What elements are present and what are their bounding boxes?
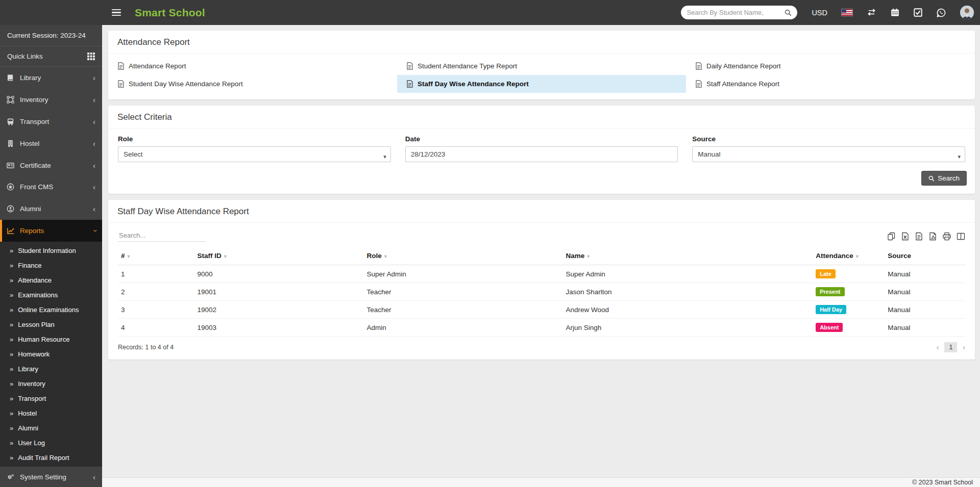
submenu-item-finance[interactable]: »Finance	[0, 258, 102, 273]
link-student-attendance-type-report[interactable]: Student Attendance Type Report	[397, 57, 686, 75]
sidebar-item-label: Inventory	[20, 96, 93, 104]
table-search-input[interactable]	[118, 229, 206, 242]
sidebar-item-transport[interactable]: Transport ‹	[0, 111, 102, 133]
date-input[interactable]	[405, 146, 678, 162]
sidebar-item-label: System Setting	[20, 473, 93, 481]
sidebar-item-inventory[interactable]: Inventory ‹	[0, 89, 102, 111]
sidebar-toggle-icon[interactable]	[112, 9, 121, 16]
brand-logo[interactable]: Smart School	[135, 7, 205, 19]
submenu-item-audit-trail-report[interactable]: »Audit Trail Report	[0, 450, 102, 465]
submenu-item-student-information[interactable]: »Student Information	[0, 243, 102, 258]
pagination: ‹ 1 ›	[937, 342, 965, 352]
columns-icon[interactable]	[957, 232, 965, 241]
link-student-day-wise-attendance-report[interactable]: Student Day Wise Attendance Report	[108, 75, 397, 93]
pagination-next[interactable]: ›	[963, 343, 965, 351]
link-staff-day-wise-attendance-report[interactable]: Staff Day Wise Attendance Report	[397, 75, 686, 93]
status-badge: Late	[816, 269, 836, 278]
sidebar-item-label: Alumni	[20, 205, 93, 213]
pagination-page-1[interactable]: 1	[944, 342, 957, 352]
column-header-name[interactable]: Name▾	[562, 247, 813, 265]
submenu-item-label: Online Examinations	[18, 306, 79, 314]
column-header-attendance[interactable]: Attendance▾	[813, 247, 885, 265]
sidebar: Current Session: 2023-24 Quick Links Lib…	[0, 25, 102, 487]
sort-caret-icon: ▾	[587, 253, 590, 259]
submenu-item-examinations[interactable]: »Examinations	[0, 288, 102, 302]
column-header-staff-id[interactable]: Staff ID▾	[194, 247, 363, 265]
submenu-item-hostel[interactable]: »Hostel	[0, 406, 102, 421]
sidebar-item-library[interactable]: Library ‹	[0, 67, 102, 89]
cell-name: Jason Sharlton	[562, 283, 813, 301]
sidebar-item-label: Library	[20, 74, 93, 82]
report-link-label: Student Day Wise Attendance Report	[129, 80, 243, 88]
cell-name: Arjun Singh	[562, 319, 813, 337]
source-select[interactable]: Manual	[692, 146, 965, 162]
content-area: Attendance Report Attendance Report Stud…	[102, 25, 980, 477]
csv-icon[interactable]	[915, 232, 923, 241]
submenu-item-library[interactable]: »Library	[0, 362, 102, 376]
column-header-role[interactable]: Role▾	[363, 247, 562, 265]
excel-icon[interactable]	[901, 232, 910, 241]
sidebar-item-alumni[interactable]: Alumni ‹	[0, 198, 102, 220]
link-staff-attendance-report[interactable]: Staff Attendance Report	[686, 75, 975, 93]
cell-staff-id: 9000	[194, 265, 363, 283]
submenu-item-transport[interactable]: »Transport	[0, 391, 102, 406]
grid-icon[interactable]	[87, 53, 95, 60]
sidebar-item-hostel[interactable]: Hostel ‹	[0, 133, 102, 155]
copy-icon[interactable]	[887, 232, 896, 241]
search-icon[interactable]	[785, 9, 792, 16]
report-link-label: Attendance Report	[129, 62, 186, 70]
sidebar-item-reports[interactable]: Reports ‹	[0, 220, 102, 242]
criteria-form: Role Select▾ Date Source Manual▾	[108, 129, 975, 163]
sidebar-item-front-cms[interactable]: Front CMS ‹	[0, 176, 102, 198]
submenu-item-online-examinations[interactable]: »Online Examinations	[0, 302, 102, 317]
user-avatar[interactable]	[960, 6, 974, 19]
submenu-item-homework[interactable]: »Homework	[0, 347, 102, 362]
pdf-icon[interactable]	[928, 232, 937, 241]
submenu-item-human-resource[interactable]: »Human Resource	[0, 332, 102, 347]
submenu-item-label: Alumni	[18, 424, 38, 432]
records-count: Records: 1 to 4 of 4	[118, 344, 174, 351]
search-button[interactable]: Search	[921, 171, 967, 186]
sidebar-item-system-setting[interactable]: System Setting ‹	[0, 467, 102, 487]
cell-staff-id: 19003	[194, 319, 363, 337]
submenu-item-user-log[interactable]: »User Log	[0, 435, 102, 450]
book-icon	[7, 74, 20, 82]
double-arrow-icon: »	[10, 439, 13, 447]
todo-check-icon[interactable]	[914, 8, 922, 17]
double-arrow-icon: »	[10, 306, 13, 314]
submenu-item-alumni[interactable]: »Alumni	[0, 421, 102, 435]
cell-attendance: Late	[813, 265, 885, 283]
calendar-icon[interactable]	[891, 8, 899, 17]
sidebar-item-label: Transport	[20, 118, 93, 125]
sort-caret-icon: ▾	[384, 253, 387, 259]
sort-caret-icon: ▾	[128, 253, 130, 259]
results-card: Staff Day Wise Attendance Report	[108, 200, 975, 360]
submenu-item-label: Audit Trail Report	[18, 454, 69, 462]
pagination-prev[interactable]: ‹	[937, 343, 939, 351]
link-attendance-report[interactable]: Attendance Report	[108, 57, 397, 75]
link-daily-attendance-report[interactable]: Daily Attendance Report	[686, 57, 975, 75]
language-flag-icon[interactable]	[842, 9, 852, 16]
submenu-item-attendance[interactable]: »Attendance	[0, 273, 102, 288]
column-header-num[interactable]: #▾	[118, 247, 194, 265]
sidebar-item-label: Certificate	[20, 162, 93, 169]
switch-branch-icon[interactable]	[867, 9, 876, 16]
print-icon[interactable]	[942, 232, 951, 241]
file-text-icon	[407, 80, 413, 88]
currency-selector[interactable]: USD	[812, 9, 827, 17]
whatsapp-icon[interactable]	[937, 8, 946, 17]
sidebar-item-certificate[interactable]: Certificate ‹	[0, 155, 102, 176]
attendance-report-card: Attendance Report Attendance Report Stud…	[108, 31, 975, 99]
global-search-input[interactable]	[687, 9, 785, 16]
chevron-left-icon: ‹	[93, 74, 95, 82]
cell-staff-id: 19001	[194, 283, 363, 301]
submenu-item-lesson-plan[interactable]: »Lesson Plan	[0, 317, 102, 332]
sort-caret-icon: ▾	[224, 253, 227, 259]
chevron-left-icon: ‹	[93, 140, 95, 147]
submenu-item-inventory[interactable]: »Inventory	[0, 376, 102, 391]
table-footer: Records: 1 to 4 of 4 ‹ 1 ›	[108, 337, 975, 360]
role-select[interactable]: Select	[118, 146, 391, 162]
cell-role: Teacher	[363, 283, 562, 301]
table-header-row: #▾ Staff ID▾ Role▾ Name▾ Attendance▾ Sou…	[118, 247, 965, 265]
attendance-table: #▾ Staff ID▾ Role▾ Name▾ Attendance▾ Sou…	[118, 247, 965, 337]
